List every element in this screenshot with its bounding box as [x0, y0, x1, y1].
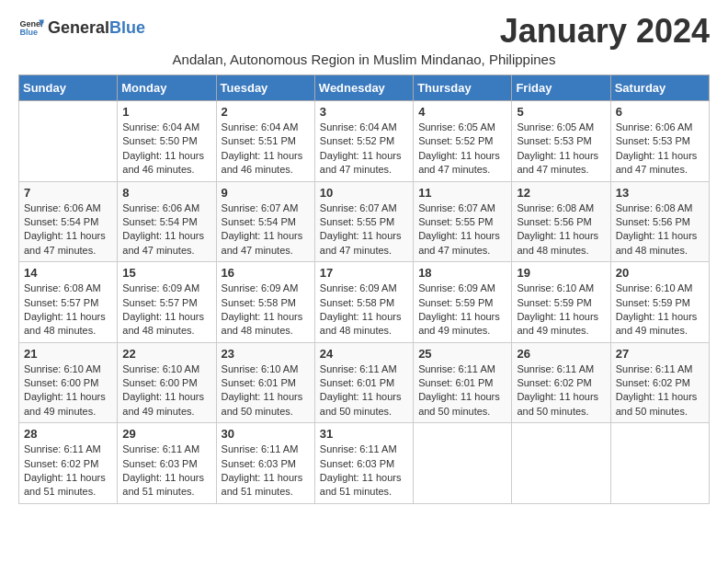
- day-number: 6: [616, 105, 704, 119]
- day-info: Sunrise: 6:11 AMSunset: 6:03 PMDaylight:…: [320, 442, 408, 500]
- day-number: 28: [24, 427, 112, 441]
- day-info: Sunrise: 6:06 AMSunset: 5:54 PMDaylight:…: [122, 201, 210, 259]
- calendar-week-2: 14Sunrise: 6:08 AMSunset: 5:57 PMDayligh…: [19, 262, 710, 343]
- calendar-cell: 29Sunrise: 6:11 AMSunset: 6:03 PMDayligh…: [118, 423, 216, 504]
- calendar-cell: 21Sunrise: 6:10 AMSunset: 6:00 PMDayligh…: [19, 342, 118, 423]
- logo-icon: General Blue: [18, 15, 44, 40]
- calendar-cell: 1Sunrise: 6:04 AMSunset: 5:50 PMDaylight…: [118, 101, 216, 182]
- month-title: January 2024: [500, 15, 710, 48]
- calendar-header: SundayMondayTuesdayWednesdayThursdayFrid…: [19, 75, 710, 101]
- day-number: 17: [320, 266, 408, 280]
- calendar-body: 1Sunrise: 6:04 AMSunset: 5:50 PMDaylight…: [19, 101, 710, 504]
- calendar-cell: [414, 423, 512, 504]
- day-info: Sunrise: 6:04 AMSunset: 5:52 PMDaylight:…: [320, 121, 408, 178]
- calendar-week-3: 21Sunrise: 6:10 AMSunset: 6:00 PMDayligh…: [19, 342, 710, 423]
- day-number: 11: [418, 186, 506, 200]
- calendar-cell: 22Sunrise: 6:10 AMSunset: 6:00 PMDayligh…: [118, 342, 216, 423]
- calendar-table: SundayMondayTuesdayWednesdayThursdayFrid…: [18, 75, 710, 504]
- calendar-cell: [512, 423, 610, 504]
- day-number: 19: [517, 266, 605, 280]
- header-wednesday: Wednesday: [314, 75, 413, 101]
- day-info: Sunrise: 6:09 AMSunset: 5:58 PMDaylight:…: [320, 282, 408, 339]
- calendar-cell: 20Sunrise: 6:10 AMSunset: 5:59 PMDayligh…: [610, 262, 709, 343]
- day-info: Sunrise: 6:10 AMSunset: 5:59 PMDaylight:…: [616, 282, 704, 339]
- day-number: 7: [24, 186, 112, 200]
- day-number: 27: [616, 347, 704, 361]
- day-info: Sunrise: 6:11 AMSunset: 6:02 PMDaylight:…: [24, 442, 112, 500]
- calendar-cell: 4Sunrise: 6:05 AMSunset: 5:52 PMDaylight…: [414, 101, 512, 182]
- day-info: Sunrise: 6:08 AMSunset: 5:57 PMDaylight:…: [24, 282, 112, 339]
- calendar-cell: 31Sunrise: 6:11 AMSunset: 6:03 PMDayligh…: [314, 423, 413, 504]
- day-number: 26: [517, 347, 605, 361]
- day-info: Sunrise: 6:06 AMSunset: 5:54 PMDaylight:…: [24, 201, 112, 259]
- calendar-cell: 13Sunrise: 6:08 AMSunset: 5:56 PMDayligh…: [610, 181, 709, 262]
- calendar-cell: 14Sunrise: 6:08 AMSunset: 5:57 PMDayligh…: [19, 262, 118, 343]
- day-number: 3: [320, 105, 408, 119]
- day-info: Sunrise: 6:05 AMSunset: 5:53 PMDaylight:…: [517, 121, 605, 178]
- calendar-cell: 3Sunrise: 6:04 AMSunset: 5:52 PMDaylight…: [314, 101, 413, 182]
- day-number: 2: [222, 105, 310, 119]
- day-number: 20: [616, 266, 704, 280]
- day-info: Sunrise: 6:11 AMSunset: 6:03 PMDaylight:…: [222, 442, 310, 500]
- day-number: 24: [320, 347, 408, 361]
- day-number: 23: [222, 347, 310, 361]
- day-info: Sunrise: 6:05 AMSunset: 5:52 PMDaylight:…: [418, 121, 506, 178]
- day-number: 13: [616, 186, 704, 200]
- day-info: Sunrise: 6:07 AMSunset: 5:55 PMDaylight:…: [320, 201, 408, 259]
- location-subtitle: Andalan, Autonomous Region in Muslim Min…: [18, 52, 710, 67]
- calendar-cell: 12Sunrise: 6:08 AMSunset: 5:56 PMDayligh…: [512, 181, 610, 262]
- day-info: Sunrise: 6:11 AMSunset: 6:02 PMDaylight:…: [517, 362, 605, 419]
- day-info: Sunrise: 6:08 AMSunset: 5:56 PMDaylight:…: [616, 201, 704, 259]
- calendar-cell: 15Sunrise: 6:09 AMSunset: 5:57 PMDayligh…: [118, 262, 216, 343]
- day-info: Sunrise: 6:07 AMSunset: 5:54 PMDaylight:…: [222, 201, 310, 259]
- day-number: 8: [122, 186, 210, 200]
- day-number: 30: [222, 427, 310, 441]
- calendar-week-1: 7Sunrise: 6:06 AMSunset: 5:54 PMDaylight…: [19, 181, 710, 262]
- day-number: 10: [320, 186, 408, 200]
- day-number: 21: [24, 347, 112, 361]
- calendar-cell: 2Sunrise: 6:04 AMSunset: 5:51 PMDaylight…: [216, 101, 314, 182]
- day-number: 16: [222, 266, 310, 280]
- day-info: Sunrise: 6:04 AMSunset: 5:51 PMDaylight:…: [222, 121, 310, 178]
- calendar-cell: 19Sunrise: 6:10 AMSunset: 5:59 PMDayligh…: [512, 262, 610, 343]
- calendar-week-0: 1Sunrise: 6:04 AMSunset: 5:50 PMDaylight…: [19, 101, 710, 182]
- day-info: Sunrise: 6:10 AMSunset: 6:00 PMDaylight:…: [24, 362, 112, 419]
- calendar-cell: [610, 423, 709, 504]
- day-info: Sunrise: 6:09 AMSunset: 5:58 PMDaylight:…: [222, 282, 310, 339]
- day-info: Sunrise: 6:09 AMSunset: 5:59 PMDaylight:…: [418, 282, 506, 339]
- calendar-cell: 5Sunrise: 6:05 AMSunset: 5:53 PMDaylight…: [512, 101, 610, 182]
- calendar-cell: 10Sunrise: 6:07 AMSunset: 5:55 PMDayligh…: [314, 181, 413, 262]
- calendar-cell: [19, 101, 118, 182]
- day-number: 5: [517, 105, 605, 119]
- day-number: 18: [418, 266, 506, 280]
- calendar-cell: 11Sunrise: 6:07 AMSunset: 5:55 PMDayligh…: [414, 181, 512, 262]
- day-info: Sunrise: 6:11 AMSunset: 6:03 PMDaylight:…: [122, 442, 210, 500]
- header-thursday: Thursday: [414, 75, 512, 101]
- day-info: Sunrise: 6:10 AMSunset: 6:00 PMDaylight:…: [122, 362, 210, 419]
- calendar-cell: 28Sunrise: 6:11 AMSunset: 6:02 PMDayligh…: [19, 423, 118, 504]
- header-tuesday: Tuesday: [216, 75, 314, 101]
- header-monday: Monday: [118, 75, 216, 101]
- day-info: Sunrise: 6:04 AMSunset: 5:50 PMDaylight:…: [122, 121, 210, 178]
- calendar-cell: 9Sunrise: 6:07 AMSunset: 5:54 PMDaylight…: [216, 181, 314, 262]
- day-number: 31: [320, 427, 408, 441]
- calendar-cell: 27Sunrise: 6:11 AMSunset: 6:02 PMDayligh…: [610, 342, 709, 423]
- calendar-cell: 18Sunrise: 6:09 AMSunset: 5:59 PMDayligh…: [414, 262, 512, 343]
- day-info: Sunrise: 6:10 AMSunset: 5:59 PMDaylight:…: [517, 282, 605, 339]
- calendar-week-4: 28Sunrise: 6:11 AMSunset: 6:02 PMDayligh…: [19, 423, 710, 504]
- day-info: Sunrise: 6:06 AMSunset: 5:53 PMDaylight:…: [616, 121, 704, 178]
- day-number: 4: [418, 105, 506, 119]
- header-saturday: Saturday: [610, 75, 709, 101]
- day-number: 14: [24, 266, 112, 280]
- day-number: 22: [122, 347, 210, 361]
- logo-general: General: [48, 18, 109, 37]
- header-friday: Friday: [512, 75, 610, 101]
- day-info: Sunrise: 6:10 AMSunset: 6:01 PMDaylight:…: [222, 362, 310, 419]
- logo-blue: Blue: [109, 18, 145, 37]
- calendar-cell: 30Sunrise: 6:11 AMSunset: 6:03 PMDayligh…: [216, 423, 314, 504]
- svg-text:Blue: Blue: [19, 28, 38, 37]
- calendar-cell: 23Sunrise: 6:10 AMSunset: 6:01 PMDayligh…: [216, 342, 314, 423]
- calendar-cell: 6Sunrise: 6:06 AMSunset: 5:53 PMDaylight…: [610, 101, 709, 182]
- calendar-cell: 7Sunrise: 6:06 AMSunset: 5:54 PMDaylight…: [19, 181, 118, 262]
- day-info: Sunrise: 6:11 AMSunset: 6:02 PMDaylight:…: [616, 362, 704, 419]
